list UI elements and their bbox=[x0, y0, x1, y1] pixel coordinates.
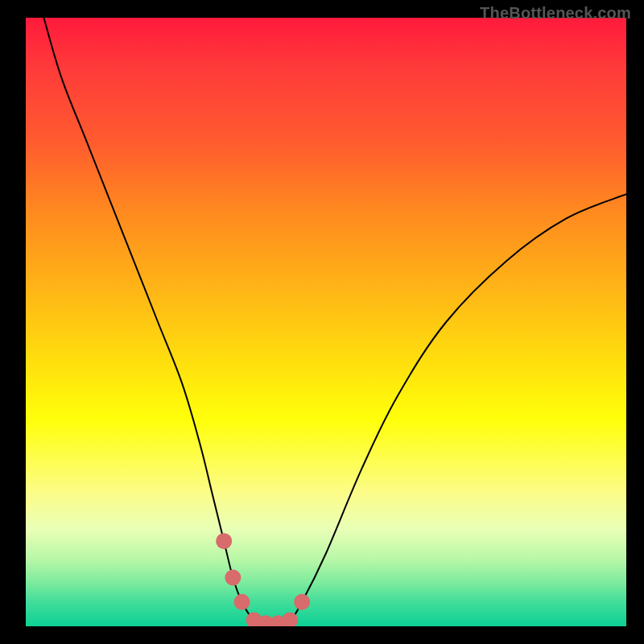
chart-marker bbox=[216, 533, 232, 549]
chart-marker bbox=[225, 570, 241, 586]
chart-marker bbox=[234, 594, 250, 610]
chart-curve bbox=[43, 18, 626, 624]
chart-plot-area bbox=[26, 18, 626, 626]
watermark-text: TheBottleneck.com bbox=[480, 4, 631, 23]
chart-marker bbox=[294, 594, 310, 610]
chart-svg bbox=[26, 18, 626, 626]
